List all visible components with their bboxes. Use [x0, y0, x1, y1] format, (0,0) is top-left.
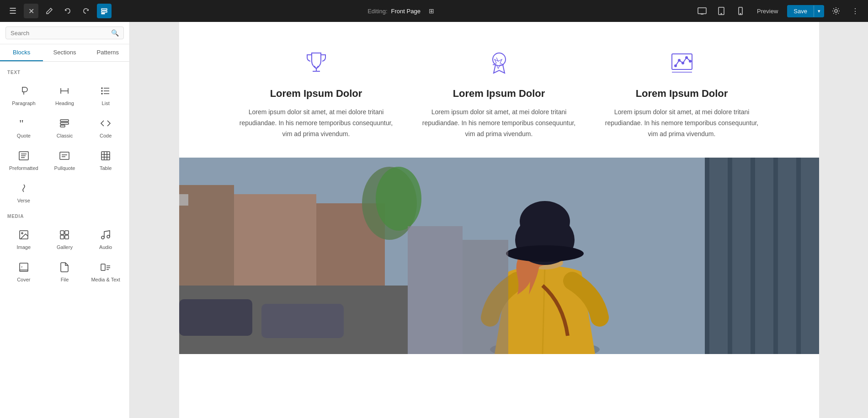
block-file[interactable]: File	[45, 256, 85, 287]
three-col-section: Lorem Ipsum Dolor Lorem ipsum dolor sit …	[179, 22, 819, 158]
quote-icon: "	[18, 118, 29, 130]
svg-rect-71	[773, 158, 778, 354]
feature-text-3: Lorem ipsum dolor sit amet, at mei dolor…	[600, 107, 764, 139]
list-icon	[100, 85, 111, 98]
tab-sections[interactable]: Sections	[43, 44, 86, 61]
feature-text-1: Lorem ipsum dolor sit amet, at mei dolor…	[234, 107, 399, 139]
svg-rect-34	[65, 231, 69, 234]
svg-rect-1	[101, 11, 107, 12]
feature-col-1: Lorem Ipsum Dolor Lorem ipsum dolor sit …	[234, 49, 399, 139]
tab-patterns[interactable]: Patterns	[86, 44, 129, 61]
block-media-text[interactable]: Media & Text	[85, 256, 126, 287]
block-heading-label: Heading	[55, 101, 74, 106]
redo-button[interactable]	[79, 4, 93, 18]
block-table[interactable]: Table	[85, 144, 126, 176]
block-quote[interactable]: " Quote	[4, 112, 44, 143]
svg-rect-70	[751, 158, 755, 354]
svg-point-63	[376, 167, 421, 231]
block-classic[interactable]: Classic	[45, 112, 85, 143]
text-section-label: TEXT	[0, 66, 129, 78]
preview-button[interactable]: Preview	[752, 6, 783, 16]
file-icon	[59, 262, 70, 274]
canvas-area: Lorem Ipsum Dolor Lorem ipsum dolor sit …	[130, 22, 868, 418]
svg-point-52	[689, 60, 691, 62]
block-file-label: File	[61, 277, 69, 282]
block-heading[interactable]: Heading	[45, 79, 85, 111]
block-code[interactable]: Code	[85, 112, 126, 143]
chart-icon	[668, 49, 696, 79]
svg-point-48	[675, 65, 676, 67]
svg-point-5	[721, 13, 722, 14]
svg-point-38	[107, 235, 110, 238]
svg-rect-72	[796, 158, 801, 354]
table-icon	[100, 150, 111, 163]
search-icon[interactable]: 🔍	[111, 29, 119, 37]
svg-point-7	[740, 13, 741, 14]
svg-point-49	[678, 59, 680, 61]
save-button-group: Save ▾	[787, 5, 824, 17]
block-paragraph[interactable]: Paragraph	[4, 79, 44, 111]
svg-point-37	[101, 236, 104, 239]
feature-title-3: Lorem Ipsum Dolor	[636, 88, 728, 100]
block-cover[interactable]: T Cover	[4, 256, 44, 287]
block-list-label: List	[102, 101, 110, 106]
tabs-row: Blocks Sections Patterns	[0, 44, 129, 62]
edit-button[interactable]	[42, 4, 57, 18]
save-button[interactable]: Save	[787, 5, 814, 17]
media-blocks-grid: Image Gallery	[0, 222, 129, 289]
image-icon	[18, 229, 29, 242]
block-audio[interactable]: Audio	[85, 223, 126, 255]
svg-rect-42	[101, 264, 105, 270]
feature-text-2: Lorem ipsum dolor sit amet, at mei dolor…	[417, 107, 581, 139]
close-button[interactable]: ✕	[24, 4, 38, 18]
block-gallery-label: Gallery	[57, 244, 73, 250]
svg-text:": "	[19, 118, 24, 129]
mobile-device-button[interactable]	[733, 4, 748, 18]
block-verse[interactable]: Verse	[4, 177, 44, 208]
svg-point-50	[682, 62, 684, 64]
block-media-text-label: Media & Text	[91, 277, 120, 282]
svg-rect-80	[408, 226, 463, 354]
svg-point-32	[21, 233, 23, 234]
block-image[interactable]: Image	[4, 223, 44, 255]
block-preformatted[interactable]: Preformatted	[4, 144, 44, 176]
svg-text:T: T	[21, 266, 23, 269]
svg-rect-0	[101, 9, 107, 10]
svg-rect-67	[705, 158, 819, 354]
svg-rect-26	[101, 152, 110, 160]
svg-rect-65	[179, 299, 252, 336]
block-image-label: Image	[17, 244, 31, 250]
pullquote-icon	[59, 150, 70, 163]
block-cover-label: Cover	[17, 277, 30, 282]
award-icon	[485, 49, 513, 79]
block-pullquote[interactable]: Pullquote	[45, 144, 85, 176]
svg-rect-35	[60, 235, 64, 239]
svg-rect-81	[463, 240, 508, 354]
tab-blocks[interactable]: Blocks	[0, 44, 43, 61]
blocks-list: TEXT Paragraph	[0, 62, 129, 418]
page-settings-icon[interactable]: ⊞	[424, 4, 439, 18]
desktop-device-button[interactable]	[695, 4, 709, 18]
block-gallery[interactable]: Gallery	[45, 223, 85, 255]
svg-point-12	[101, 88, 102, 89]
image-section	[179, 158, 819, 354]
settings-button[interactable]	[829, 4, 843, 18]
tablet-device-button[interactable]	[714, 4, 729, 18]
block-list[interactable]: List	[85, 79, 126, 111]
search-input[interactable]	[11, 30, 111, 37]
save-dropdown-button[interactable]: ▾	[814, 5, 824, 17]
editing-label: Editing:	[367, 8, 387, 15]
text-blocks-grid: Paragraph Heading	[0, 78, 129, 210]
svg-point-79	[520, 201, 570, 242]
more-options-button[interactable]: ⋮	[848, 4, 863, 18]
page-name: Front Page	[391, 8, 421, 15]
svg-rect-66	[261, 304, 344, 338]
trophy-icon	[303, 49, 330, 79]
classic-icon	[59, 118, 70, 130]
code-icon	[100, 118, 111, 130]
undo-button[interactable]	[60, 4, 75, 18]
list-view-button[interactable]	[97, 4, 112, 18]
feature-col-3: Lorem Ipsum Dolor Lorem ipsum dolor sit …	[600, 49, 764, 139]
svg-point-8	[835, 10, 837, 12]
hamburger-button[interactable]: ☰	[5, 4, 20, 18]
